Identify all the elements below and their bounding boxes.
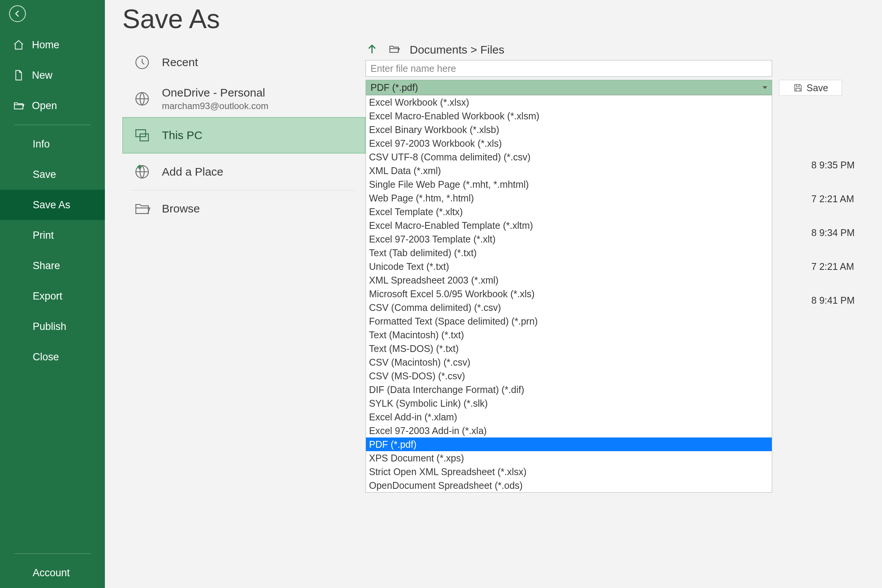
nav-export[interactable]: Export <box>0 281 105 311</box>
nav-new[interactable]: New <box>0 60 105 90</box>
nav-info[interactable]: Info <box>0 129 105 159</box>
file-timestamp: 8 9:35 PM <box>811 160 855 171</box>
filetype-option[interactable]: Excel Macro-Enabled Template (*.xltm) <box>366 219 772 232</box>
filetype-option[interactable]: Text (Tab delimited) (*.txt) <box>366 246 772 260</box>
filetype-option[interactable]: Excel 97-2003 Workbook (*.xls) <box>366 136 772 150</box>
location-this-pc-label: This PC <box>162 129 203 142</box>
location-recent[interactable]: Recent <box>122 44 366 81</box>
page-title: Save As <box>122 4 366 34</box>
nav-new-label: New <box>32 70 52 81</box>
back-button[interactable] <box>9 5 26 22</box>
nav-home-label: Home <box>32 39 59 51</box>
filetype-option[interactable]: Excel Template (*.xltx) <box>366 205 772 219</box>
main-content: Save As Recent OneDrive - Personal march… <box>105 0 882 588</box>
nav-print[interactable]: Print <box>0 220 105 250</box>
home-icon <box>13 39 24 51</box>
filetype-option[interactable]: SYLK (Symbolic Link) (*.slk) <box>366 396 772 410</box>
filetype-option[interactable]: OpenDocument Spreadsheet (*.ods) <box>366 479 772 492</box>
file-timestamp: 7 2:21 AM <box>811 193 855 204</box>
file-timestamp: 8 9:41 PM <box>811 295 855 306</box>
location-onedrive[interactable]: OneDrive - Personal marcham93@outlook.co… <box>122 81 366 117</box>
filetype-option[interactable]: CSV (Comma delimited) (*.csv) <box>366 301 772 314</box>
location-add-place[interactable]: Add a Place <box>122 154 366 190</box>
filetype-option[interactable]: DIF (Data Interchange Format) (*.dif) <box>366 383 772 396</box>
filetype-option[interactable]: Excel 97-2003 Add-in (*.xla) <box>366 424 772 437</box>
location-this-pc[interactable]: This PC <box>122 117 366 154</box>
filetype-option[interactable]: Text (Macintosh) (*.txt) <box>366 328 772 342</box>
nav-save[interactable]: Save <box>0 159 105 190</box>
filetype-option[interactable]: XML Spreadsheet 2003 (*.xml) <box>366 273 772 287</box>
nav-open-label: Open <box>32 100 57 112</box>
file-timestamp: 8 9:34 PM <box>811 227 855 238</box>
filetype-option[interactable]: Microsoft Excel 5.0/95 Workbook (*.xls) <box>366 287 772 301</box>
filetype-option[interactable]: Excel 97-2003 Template (*.xlt) <box>366 232 772 246</box>
location-add-place-label: Add a Place <box>162 165 223 178</box>
svg-rect-3 <box>140 134 149 141</box>
filetype-option[interactable]: Text (MS-DOS) (*.txt) <box>366 342 772 355</box>
location-browse-label: Browse <box>162 202 200 215</box>
filetype-option[interactable]: Strict Open XML Spreadsheet (*.xlsx) <box>366 465 772 479</box>
filetype-option[interactable]: XPS Document (*.xps) <box>366 451 772 465</box>
svg-rect-2 <box>136 130 146 136</box>
nav-save-label: Save <box>33 169 56 181</box>
location-recent-label: Recent <box>162 56 198 69</box>
this-pc-icon <box>131 127 154 144</box>
nav-print-label: Print <box>33 230 54 241</box>
filetype-dropdown[interactable]: Excel Workbook (*.xlsx)Excel Macro-Enabl… <box>366 95 772 493</box>
nav-account-label: Account <box>33 567 70 579</box>
location-browse[interactable]: Browse <box>122 190 366 227</box>
nav-save-as-label: Save As <box>33 199 70 211</box>
nav-divider-bottom <box>14 553 90 554</box>
document-new-icon <box>13 70 24 81</box>
filetype-option[interactable]: PDF (*.pdf) <box>366 437 772 451</box>
clock-icon <box>131 54 154 71</box>
filetype-option[interactable]: CSV (MS-DOS) (*.csv) <box>366 369 772 383</box>
folder-browse-icon <box>131 200 154 217</box>
filetype-option[interactable]: Unicode Text (*.txt) <box>366 260 772 273</box>
filetype-option[interactable]: Web Page (*.htm, *.html) <box>366 191 772 205</box>
nav-home[interactable]: Home <box>0 30 105 60</box>
nav-close-label: Close <box>33 351 59 363</box>
nav-publish[interactable]: Publish <box>0 311 105 342</box>
save-details-pane: Documents > Files PDF (*.pdf) Excel Work… <box>366 0 882 588</box>
save-icon <box>793 83 803 93</box>
chevron-down-icon <box>763 86 767 89</box>
locations-panel: Recent OneDrive - Personal marcham93@out… <box>122 44 366 227</box>
nav-divider <box>14 125 90 125</box>
file-timestamp: 7 2:21 AM <box>811 261 855 272</box>
globe-icon <box>131 90 154 107</box>
current-folder-icon <box>387 43 401 56</box>
filetype-option[interactable]: Single File Web Page (*.mht, *.mhtml) <box>366 178 772 191</box>
filetype-option[interactable]: Excel Add-in (*.xlam) <box>366 410 772 424</box>
filetype-selected-label: PDF (*.pdf) <box>371 82 418 93</box>
backstage-sidebar: Home New Open Info Save Save As Print Sh… <box>0 0 105 588</box>
nav-share[interactable]: Share <box>0 250 105 281</box>
nav-account[interactable]: Account <box>0 558 105 588</box>
filetype-select[interactable]: PDF (*.pdf) <box>366 80 772 95</box>
save-button[interactable]: Save <box>779 80 842 96</box>
location-onedrive-name: OneDrive - Personal <box>162 86 268 99</box>
nav-share-label: Share <box>33 260 60 272</box>
nav-export-label: Export <box>33 290 62 302</box>
nav-close[interactable]: Close <box>0 342 105 372</box>
nav-publish-label: Publish <box>33 321 67 333</box>
filetype-option[interactable]: Excel Workbook (*.xlsx) <box>366 95 772 109</box>
add-place-icon <box>131 163 154 180</box>
file-timestamps-partial: 8 9:35 PM7 2:21 AM8 9:34 PM7 2:21 AM8 9:… <box>811 160 855 306</box>
breadcrumb[interactable]: Documents > Files <box>410 43 504 56</box>
nav-info-label: Info <box>33 138 50 150</box>
filetype-option[interactable]: CSV (Macintosh) (*.csv) <box>366 355 772 369</box>
filetype-option[interactable]: Excel Binary Workbook (*.xlsb) <box>366 123 772 136</box>
filetype-option[interactable]: CSV UTF-8 (Comma delimited) (*.csv) <box>366 150 772 164</box>
location-onedrive-email: marcham93@outlook.com <box>162 101 268 111</box>
nav-open[interactable]: Open <box>0 90 105 121</box>
filetype-option[interactable]: Formatted Text (Space delimited) (*.prn) <box>366 314 772 328</box>
folder-open-icon <box>13 100 24 111</box>
up-one-level-button[interactable] <box>366 43 378 57</box>
filename-input[interactable] <box>366 60 772 77</box>
filetype-option[interactable]: Excel Macro-Enabled Workbook (*.xlsm) <box>366 109 772 123</box>
filetype-option[interactable]: XML Data (*.xml) <box>366 164 772 178</box>
save-button-label: Save <box>807 82 828 94</box>
nav-save-as[interactable]: Save As <box>0 190 105 220</box>
arrow-left-icon <box>13 10 22 18</box>
